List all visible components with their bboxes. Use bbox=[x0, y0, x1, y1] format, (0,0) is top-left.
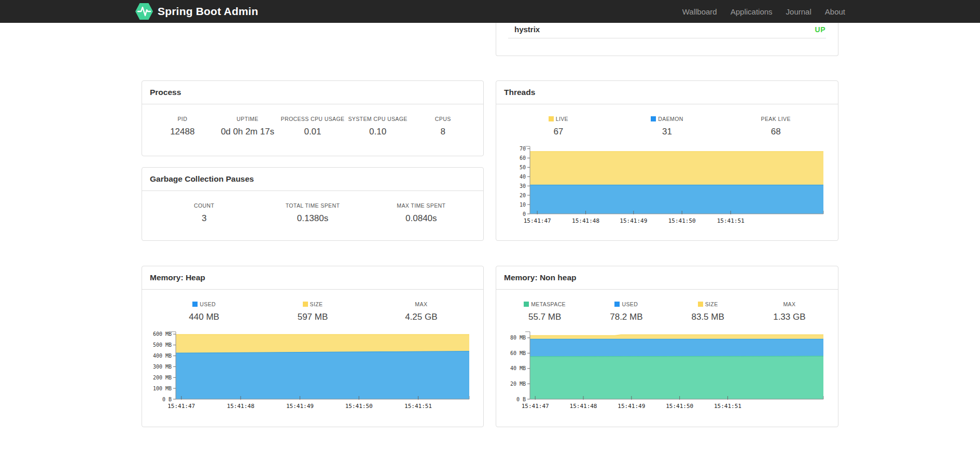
gc-panel: Garbage Collection Pauses COUNT3TOTAL TI… bbox=[142, 167, 484, 241]
svg-text:80 MB: 80 MB bbox=[510, 335, 526, 341]
svg-text:15:41:50: 15:41:50 bbox=[345, 403, 373, 410]
application-row[interactable]: hystrix UP bbox=[496, 23, 838, 38]
legend-swatch-icon bbox=[192, 302, 198, 307]
stat-value: 55.7 MB bbox=[504, 312, 585, 322]
stat-value: 3 bbox=[150, 213, 258, 224]
stat: SIZE83.5 MB bbox=[667, 301, 749, 322]
stat-label: MAX bbox=[749, 301, 830, 307]
svg-text:60: 60 bbox=[520, 155, 526, 161]
svg-text:10: 10 bbox=[520, 202, 526, 208]
svg-text:15:41:47: 15:41:47 bbox=[524, 217, 551, 224]
svg-text:200 MB: 200 MB bbox=[153, 375, 172, 380]
navbar: Spring Boot Admin Wallboard Applications… bbox=[0, 0, 980, 23]
svg-text:20: 20 bbox=[520, 193, 526, 198]
stat-value: 31 bbox=[613, 127, 722, 137]
stat-label: CPUS bbox=[410, 116, 475, 122]
page: Spring Boot Admin Wallboard Applications… bbox=[0, 0, 980, 463]
stat: LIVE67 bbox=[504, 116, 613, 137]
divider bbox=[508, 38, 826, 38]
stat: PID12488 bbox=[150, 116, 215, 137]
svg-text:15:41:48: 15:41:48 bbox=[570, 403, 597, 410]
svg-text:15:41:49: 15:41:49 bbox=[286, 403, 314, 410]
memory-nonheap-stats: METASPACE55.7 MBUSED78.2 MBSIZE83.5 MBMA… bbox=[504, 301, 830, 322]
threads-panel-title: Threads bbox=[496, 81, 838, 104]
stat-value: 78.2 MB bbox=[585, 312, 667, 322]
stat: PROCESS CPU USAGE0.01 bbox=[280, 116, 345, 137]
svg-text:15:41:51: 15:41:51 bbox=[717, 217, 745, 224]
svg-text:400 MB: 400 MB bbox=[153, 353, 172, 359]
stat-label: SYSTEM CPU USAGE bbox=[345, 116, 411, 122]
threads-panel: Threads LIVE67DAEMON31PEAK LIVE68 010203… bbox=[496, 80, 838, 241]
nav-item-wallboard[interactable]: Wallboard bbox=[676, 7, 724, 16]
svg-text:500 MB: 500 MB bbox=[153, 342, 172, 348]
stat: UPTIME0d 0h 2m 17s bbox=[215, 116, 281, 137]
stat: MAX4.25 GB bbox=[367, 301, 475, 322]
stat: METASPACE55.7 MB bbox=[504, 301, 585, 322]
stat-value: 0.10 bbox=[345, 127, 411, 137]
legend-swatch-icon bbox=[651, 116, 656, 121]
stat-label: MAX bbox=[367, 301, 475, 307]
brand-title: Spring Boot Admin bbox=[158, 5, 258, 18]
stat: MAX1.33 GB bbox=[749, 301, 830, 322]
threads-chart: 01020304050607015:41:4715:41:4815:41:491… bbox=[504, 141, 830, 226]
application-name[interactable]: hystrix bbox=[514, 25, 540, 34]
stat-value: 1.33 GB bbox=[749, 312, 830, 322]
brand[interactable]: Spring Boot Admin bbox=[135, 2, 258, 21]
row-memory: Memory: Heap USED440 MBSIZE597 MBMAX4.25… bbox=[142, 266, 838, 427]
svg-text:15:41:49: 15:41:49 bbox=[618, 403, 645, 410]
row-application: hystrix UP bbox=[142, 23, 838, 56]
process-panel: Process PID12488UPTIME0d 0h 2m 17sPROCES… bbox=[142, 80, 484, 156]
threads-stats: LIVE67DAEMON31PEAK LIVE68 bbox=[504, 116, 830, 137]
row-process-threads: Process PID12488UPTIME0d 0h 2m 17sPROCES… bbox=[142, 80, 838, 241]
nav-links: Wallboard Applications Journal About bbox=[676, 7, 845, 16]
legend-swatch-icon bbox=[614, 302, 620, 307]
memory-heap-stats: USED440 MBSIZE597 MBMAX4.25 GB bbox=[150, 301, 475, 322]
stat-value: 0d 0h 2m 17s bbox=[215, 127, 281, 137]
stat-label: UPTIME bbox=[215, 116, 281, 122]
stat: TOTAL TIME SPENT0.1380s bbox=[258, 202, 367, 224]
stat: PEAK LIVE68 bbox=[721, 116, 830, 137]
svg-text:0: 0 bbox=[523, 211, 526, 217]
application-status-badge: UP bbox=[815, 25, 825, 34]
nav-item-journal[interactable]: Journal bbox=[779, 7, 818, 16]
svg-text:40 MB: 40 MB bbox=[510, 365, 526, 371]
stat-label: LIVE bbox=[504, 116, 613, 122]
memory-nonheap-chart: 0 B20 MB40 MB60 MB80 MB15:41:4715:41:481… bbox=[504, 326, 830, 412]
stat-label: PROCESS CPU USAGE bbox=[280, 116, 345, 122]
stat: SYSTEM CPU USAGE0.10 bbox=[345, 116, 411, 137]
stat-value: 597 MB bbox=[258, 312, 367, 322]
application-panel: hystrix UP bbox=[496, 23, 838, 56]
stat: COUNT3 bbox=[150, 202, 258, 224]
memory-nonheap-panel: Memory: Non heap METASPACE55.7 MBUSED78.… bbox=[496, 266, 838, 427]
gc-panel-title: Garbage Collection Pauses bbox=[142, 168, 483, 191]
nav-item-applications[interactable]: Applications bbox=[724, 7, 779, 16]
stat-value: 67 bbox=[504, 127, 613, 137]
svg-text:15:41:51: 15:41:51 bbox=[404, 403, 432, 410]
stat-label: MAX TIME SPENT bbox=[367, 202, 475, 209]
stat-value: 83.5 MB bbox=[667, 312, 749, 322]
svg-text:600 MB: 600 MB bbox=[153, 331, 172, 337]
stat-value: 68 bbox=[721, 127, 830, 137]
stat-label: USED bbox=[150, 301, 258, 307]
main-content: hystrix UP Process PID12488UPTIME0d 0h 2… bbox=[142, 23, 838, 427]
stat-value: 8 bbox=[410, 127, 475, 137]
navbar-inner: Spring Boot Admin Wallboard Applications… bbox=[135, 0, 845, 23]
legend-swatch-icon bbox=[303, 302, 308, 307]
stat-label: COUNT bbox=[150, 202, 258, 209]
memory-heap-panel: Memory: Heap USED440 MBSIZE597 MBMAX4.25… bbox=[142, 266, 484, 427]
process-stats: PID12488UPTIME0d 0h 2m 17sPROCESS CPU US… bbox=[150, 116, 475, 137]
gc-stats: COUNT3TOTAL TIME SPENT0.1380sMAX TIME SP… bbox=[150, 202, 475, 224]
stat: MAX TIME SPENT0.0840s bbox=[367, 202, 475, 224]
svg-text:300 MB: 300 MB bbox=[153, 364, 172, 370]
process-panel-title: Process bbox=[142, 81, 483, 104]
memory-nonheap-panel-title: Memory: Non heap bbox=[496, 266, 838, 290]
nav-item-about[interactable]: About bbox=[818, 7, 845, 16]
stat-value: 0.01 bbox=[280, 127, 345, 137]
svg-text:15:41:49: 15:41:49 bbox=[620, 217, 647, 224]
stat-value: 0.0840s bbox=[367, 213, 475, 224]
stat: USED440 MB bbox=[150, 301, 258, 322]
stat-label: USED bbox=[585, 301, 667, 307]
stat: DAEMON31 bbox=[613, 116, 722, 137]
svg-text:0 B: 0 B bbox=[516, 397, 526, 402]
svg-text:15:41:50: 15:41:50 bbox=[666, 403, 693, 410]
